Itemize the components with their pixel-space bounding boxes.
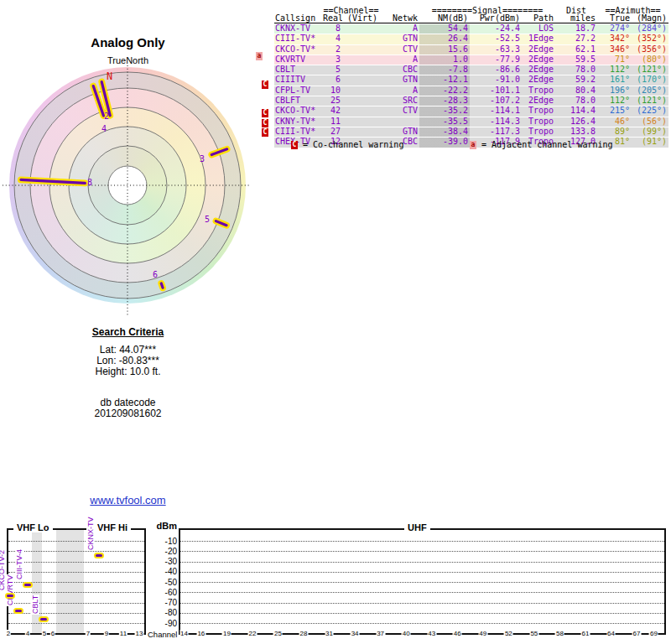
uhf-channel-tick: 37: [376, 630, 385, 637]
table-cell: -52.5: [470, 34, 522, 44]
table-cell: Tropo: [522, 127, 555, 137]
table-cell: 114.4: [555, 106, 597, 116]
table-cell: 25: [323, 96, 342, 106]
table-cell: 274°: [597, 24, 632, 34]
table-cell: (205°): [632, 86, 668, 96]
group-signal: ========Signal========: [419, 7, 555, 14]
table-cell: CBLFT: [274, 96, 323, 106]
uhf-channel-tick: 16: [196, 630, 205, 637]
table-cell: 2Edge: [522, 55, 555, 65]
table-cell: 62.1: [555, 45, 597, 55]
uhf-channel-tick: 58: [555, 630, 564, 637]
table-cell: CKCO-TV*: [274, 45, 323, 55]
table-cell: SRC: [379, 96, 419, 106]
table-cell: 59.5: [555, 55, 597, 65]
table-cell: 6: [323, 75, 342, 85]
north-indicator: N: [107, 70, 112, 82]
table-cell: -24.4: [470, 24, 522, 34]
column-header: True: [597, 14, 632, 23]
table-row: CIII-TV*27GTN-38.4-117.3Tropo133.889°(99…: [274, 127, 668, 137]
table-cell: 1.0: [419, 55, 470, 65]
table-cell: 161°: [597, 75, 632, 85]
table-cell: (56°): [632, 117, 668, 127]
radar-signal-bar: [159, 281, 166, 291]
table-cell: CBLT: [274, 65, 323, 75]
table-cell: 2Edge: [522, 65, 555, 75]
table-group-header: ==Channel== ========Signal======== Dist …: [274, 7, 668, 14]
table-cell: -107.2: [470, 96, 522, 106]
table-cell: [342, 45, 379, 55]
db-datecode-value: 201209081602: [34, 408, 222, 419]
dbm-gridline: [180, 572, 664, 573]
column-header: (Magn): [632, 14, 668, 23]
table-row: CBLT5CBC-7.8-86.62Edge78.0112°(121°): [274, 65, 668, 75]
table-cell: A: [379, 86, 419, 96]
uhf-channel-tick: 67: [632, 630, 642, 637]
uhf-channel-tick: 55: [529, 630, 538, 637]
channel-axis-label: Channel: [148, 630, 177, 639]
spectrum-signal-bar: [5, 593, 15, 599]
table-cell: 2Edge: [522, 96, 555, 106]
dbm-axis-label: dBm: [152, 522, 177, 531]
table-cell: -63.3: [470, 45, 522, 55]
uhf-channel-tick: 25: [273, 630, 283, 637]
table-row: CIIITV6GTN-12.1-91.02Edge59.2161°(170°): [274, 75, 668, 85]
table-cell: CKVRTV: [274, 55, 323, 65]
table-cell: 342°: [597, 34, 632, 44]
table-cell: 112°: [597, 65, 632, 75]
vhf-channel-tick: 13: [135, 630, 144, 637]
group-dist: Dist: [555, 7, 597, 14]
adjacent-legend: a= Adjacent channel warning: [470, 140, 613, 149]
dbm-tick-label: -20: [152, 547, 177, 556]
uhf-channel-tick: 31: [325, 630, 334, 637]
table-cell: -38.4: [419, 127, 470, 137]
vhf-channel-tick: 6: [50, 630, 55, 637]
radar-channel-label: 5: [205, 215, 210, 224]
radar-signal-bar: [18, 177, 87, 185]
uhf-channel-tick: 14: [179, 630, 189, 637]
uhf-label: UHF: [404, 522, 430, 532]
table-cell: [342, 127, 379, 137]
table-cell: 8: [323, 24, 342, 34]
search-criteria-title: Search Criteria: [34, 327, 222, 338]
table-cell: 10: [323, 86, 342, 96]
table-cell: 1Edge: [522, 34, 555, 44]
table-cell: 196°: [597, 86, 632, 96]
table-row: CKCO-TV*2CTV15.6-63.32Edge62.1346°(356°): [274, 44, 668, 55]
table-column-headers: CallsignReal(Virt)NetwkNM(dB)Pwr(dBm)Pat…: [274, 14, 668, 23]
table-cell: (225°): [632, 106, 668, 116]
table-cell: [379, 117, 419, 127]
co-channel-warning-badge: C: [262, 109, 268, 117]
table-cell: 346°: [597, 45, 632, 55]
table-cell: (284°): [632, 24, 668, 34]
table-cell: -35.2: [419, 106, 470, 116]
co-channel-warning-badge: C: [262, 80, 268, 89]
table-cell: 4: [323, 34, 342, 44]
table-cell: 126.4: [555, 117, 597, 127]
table-cell: CTV: [379, 45, 419, 55]
co-channel-warning-badge: C: [262, 119, 268, 127]
table-cell: [342, 86, 379, 96]
vhf-channel-tick: 7: [86, 630, 91, 637]
table-cell: -117.3: [470, 127, 522, 137]
uhf-chart-box: [179, 528, 666, 635]
table-cell: -101.1: [470, 86, 522, 96]
station-table-rows: CKNX-TV8A54.4-24.4LOS18.7274°(284°)CIII-…: [274, 23, 668, 148]
uhf-channel-tick: 49: [478, 630, 487, 637]
search-criteria-values: Lat: 44.07*** Lon: -80.83*** Height: 10.…: [34, 345, 222, 377]
table-cell: -7.8: [419, 65, 470, 75]
table-cell: A: [379, 55, 419, 65]
table-cell: (80°): [632, 55, 668, 65]
dbm-gridline: [180, 582, 664, 583]
column-header: Path: [522, 14, 555, 23]
tvfool-link[interactable]: www.tvfool.com: [90, 494, 165, 506]
column-header: (Virt): [342, 14, 379, 23]
dbm-tick-label: -90: [152, 619, 177, 628]
table-cell: 42: [323, 106, 342, 116]
spectrum-signal-bar: [94, 553, 104, 558]
table-cell: (356°): [632, 45, 668, 55]
table-cell: [342, 65, 379, 75]
table-cell: -77.9: [470, 55, 522, 65]
table-cell: CBC: [379, 65, 419, 75]
dbm-gridline: [8, 623, 144, 624]
